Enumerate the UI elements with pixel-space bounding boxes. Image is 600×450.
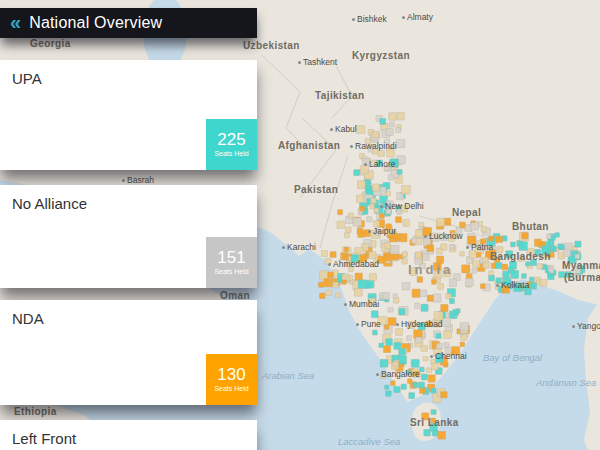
alliance-card-no-alliance[interactable]: No Alliance 151 Seats Held (0, 185, 257, 288)
district-cell (459, 222, 465, 228)
district-cell (555, 233, 560, 238)
district-cell (462, 265, 470, 273)
district-cell (441, 391, 448, 398)
district-cell (366, 280, 374, 288)
district-cell (438, 431, 446, 439)
district-cell (326, 290, 332, 296)
district-cell (472, 269, 477, 274)
district-cell (360, 166, 368, 174)
district-cell (395, 216, 401, 222)
district-cell (424, 429, 431, 436)
district-cell (495, 262, 502, 269)
district-cell (375, 231, 380, 236)
district-cell (369, 274, 376, 281)
district-cell (330, 251, 336, 257)
district-cell (371, 311, 378, 318)
district-cell (337, 221, 345, 229)
district-cell (372, 131, 379, 138)
district-cell (385, 391, 391, 397)
district-cell (396, 328, 403, 335)
district-cell (390, 159, 398, 167)
district-cell (385, 139, 390, 144)
district-cell (383, 345, 390, 352)
district-cell (535, 249, 541, 255)
district-cell (396, 139, 405, 148)
district-cell (369, 298, 376, 305)
district-cell (416, 337, 422, 343)
district-cell (318, 282, 324, 288)
district-cell (451, 347, 460, 356)
district-cell (386, 201, 394, 209)
district-cell (376, 160, 383, 167)
district-cell (502, 286, 510, 294)
seats-label: Seats Held (214, 384, 248, 393)
district-cell (386, 149, 394, 157)
district-cell (372, 184, 379, 191)
district-cell (525, 262, 530, 267)
district-cell (453, 309, 459, 315)
alliance-card-upa[interactable]: UPA 225 Seats Held (0, 60, 257, 170)
district-cell (509, 262, 517, 270)
district-cell (416, 230, 424, 238)
district-cell (550, 246, 556, 252)
district-cell (511, 270, 519, 278)
district-cell (351, 255, 359, 263)
district-cell (371, 198, 377, 204)
alliance-card-nda[interactable]: NDA 130 Seats Held (0, 300, 257, 405)
district-cell (384, 385, 389, 390)
district-cell (386, 191, 391, 196)
district-cell (431, 388, 436, 393)
district-cell (396, 128, 401, 133)
district-cell (530, 259, 536, 265)
district-cell (431, 279, 436, 284)
district-cell (506, 251, 513, 258)
seats-label: Seats Held (214, 267, 248, 276)
district-cell (380, 118, 386, 124)
district-cell (432, 363, 439, 370)
district-cell (502, 264, 508, 270)
district-cell (573, 266, 581, 274)
district-cell (345, 261, 351, 267)
district-cell (354, 288, 362, 296)
district-cell (373, 221, 379, 227)
alliance-card-left-front[interactable]: Left Front (0, 420, 257, 450)
district-cell (349, 213, 354, 218)
district-cell (421, 345, 428, 352)
district-cell (388, 307, 393, 312)
district-cell (575, 254, 580, 259)
district-cell (427, 368, 432, 373)
district-cell (549, 268, 554, 273)
district-cell (497, 247, 503, 253)
district-cell (360, 206, 365, 211)
district-cell (357, 228, 363, 234)
district-cell (431, 409, 436, 414)
district-cell (319, 293, 325, 299)
district-cell (401, 384, 407, 390)
district-cell (407, 379, 412, 384)
district-cell (358, 280, 367, 289)
district-cell (558, 244, 563, 249)
district-cell (379, 213, 384, 218)
district-cell (355, 273, 363, 281)
district-cell (328, 272, 334, 278)
district-cell (460, 322, 468, 330)
district-cell (414, 371, 419, 376)
district-cell (423, 356, 428, 361)
district-cell (417, 277, 423, 283)
district-cell (372, 330, 377, 335)
district-cell (394, 386, 401, 393)
seats-count: 225 (217, 131, 245, 149)
district-cell (521, 274, 526, 279)
district-cell (410, 267, 418, 275)
district-cell (433, 262, 441, 270)
district-cell (421, 374, 427, 380)
district-cell (443, 331, 451, 339)
district-cell (489, 271, 494, 276)
district-cell (423, 227, 432, 236)
district-cell (443, 269, 451, 277)
district-cell (432, 430, 438, 436)
district-cell (398, 356, 407, 365)
district-cell (440, 234, 447, 241)
collapse-panel-icon[interactable]: « (10, 12, 21, 32)
district-cell (418, 323, 425, 330)
